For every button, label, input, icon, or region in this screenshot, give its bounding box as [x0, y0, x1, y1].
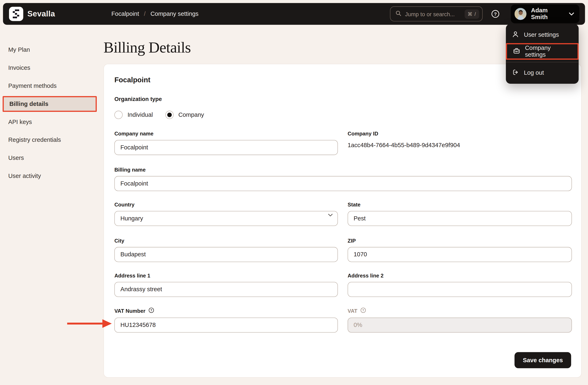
menu-item-user-settings[interactable]: User settings: [506, 27, 579, 43]
briefcase-icon: [513, 47, 520, 56]
sidebar-item-label: Registry credentials: [8, 137, 61, 143]
address-line-1-label: Address line 1: [114, 272, 338, 278]
company-id-field: Company ID 1acc48b4-7664-4b55-b489-9d434…: [348, 131, 572, 149]
vat-help-icon[interactable]: ?: [360, 307, 366, 314]
country-value: Hungary: [120, 215, 143, 222]
breadcrumb: Focalpoint / Company settings: [111, 3, 198, 25]
breadcrumb-separator: /: [144, 10, 146, 17]
state-label: State: [348, 202, 572, 207]
radio-individual[interactable]: Individual: [114, 111, 153, 119]
svg-text:?: ?: [362, 308, 364, 312]
brand[interactable]: Sevalla: [9, 7, 55, 21]
sidebar-item-billing-details[interactable]: Billing details: [3, 96, 97, 112]
vat-number-help-icon[interactable]: ?: [148, 307, 154, 314]
city-label: City: [114, 238, 338, 244]
brand-name: Sevalla: [27, 9, 55, 19]
chevron-down-icon: [569, 10, 574, 17]
user-menu-trigger[interactable]: Adam Smith: [511, 4, 579, 23]
help-icon[interactable]: ?: [491, 9, 500, 19]
breadcrumb-current[interactable]: Company settings: [150, 10, 198, 17]
radio-label: Company: [178, 112, 204, 118]
zip-label: ZIP: [348, 238, 572, 244]
organization-type-label: Organization type: [114, 96, 162, 102]
city-input[interactable]: [114, 247, 338, 262]
vat-value: 0%: [354, 322, 362, 329]
sidebar-item-label: Users: [8, 155, 24, 161]
sidebar-item-label: User activity: [8, 173, 41, 179]
avatar: [515, 8, 527, 20]
zip-input[interactable]: [348, 247, 572, 262]
sidebar: My Plan Invoices Payment methods Billing…: [0, 41, 98, 185]
address-line-1-input[interactable]: [114, 282, 338, 297]
search-shortcut-badge: ⌘ /: [464, 9, 479, 19]
sidebar-item-api-keys[interactable]: API keys: [0, 113, 98, 131]
sidebar-item-registry-credentials[interactable]: Registry credentials: [0, 131, 98, 149]
vat-field: VAT ? 0%: [348, 307, 572, 333]
address-line-2-input[interactable]: [348, 282, 572, 297]
menu-divider: [506, 62, 579, 62]
address-line-2-label: Address line 2: [348, 272, 572, 278]
address-line-2-field: Address line 2: [348, 272, 572, 297]
svg-text:?: ?: [150, 308, 152, 312]
vat-number-label: VAT Number: [114, 308, 145, 314]
vat-number-input[interactable]: [114, 317, 338, 333]
sidebar-item-payment-methods[interactable]: Payment methods: [0, 77, 98, 95]
state-field: State: [348, 202, 572, 226]
sidebar-item-label: Invoices: [8, 65, 30, 71]
save-changes-button[interactable]: Save changes: [515, 352, 571, 368]
topbar: Sevalla Focalpoint / Company settings Ju…: [3, 3, 585, 25]
vat-input-disabled: 0%: [348, 317, 572, 333]
search-icon: [395, 10, 402, 18]
radio-label: Individual: [127, 112, 153, 118]
logout-icon: [512, 68, 519, 77]
user-menu: User settings Company settings Lo: [506, 24, 579, 84]
annotation-arrow: [67, 319, 112, 330]
vat-number-field: VAT Number ?: [114, 307, 338, 333]
menu-item-label: Company settings: [525, 45, 572, 58]
city-field: City: [114, 238, 338, 262]
company-name-field: Company name: [114, 131, 338, 155]
select-chevron-icon: [328, 211, 333, 218]
menu-item-log-out[interactable]: Log out: [506, 65, 579, 81]
page-title: Billing Details: [104, 38, 191, 56]
svg-text:?: ?: [494, 11, 497, 17]
sevalla-logo-icon: [9, 7, 23, 21]
billing-name-input[interactable]: [114, 176, 572, 191]
app-root: Sevalla Focalpoint / Company settings Ju…: [0, 0, 588, 385]
address-line-1-field: Address line 1: [114, 272, 338, 297]
company-id-value: 1acc48b4-7664-4b55-b489-9d4347e9f904: [348, 142, 572, 149]
radio-individual-circle[interactable]: [114, 111, 123, 119]
country-label: Country: [114, 202, 338, 207]
billing-name-field: Billing name: [114, 167, 572, 191]
menu-item-label: User settings: [524, 32, 559, 38]
card-title: Focalpoint: [114, 76, 150, 84]
company-id-label: Company ID: [348, 131, 572, 137]
billing-details-card: Focalpoint Organization type Individual …: [104, 64, 582, 378]
sidebar-item-label: Billing details: [9, 101, 48, 107]
state-input[interactable]: [348, 211, 572, 226]
user-icon: [512, 31, 519, 39]
menu-item-label: Log out: [524, 69, 544, 76]
company-name-label: Company name: [114, 131, 338, 137]
sidebar-item-label: My Plan: [8, 46, 30, 53]
radio-company-circle[interactable]: [165, 111, 173, 119]
menu-item-company-settings[interactable]: Company settings: [506, 43, 579, 60]
sidebar-item-label: API keys: [8, 119, 32, 125]
search-input[interactable]: Jump to or search... ⌘ /: [390, 6, 483, 21]
sidebar-item-label: Payment methods: [8, 83, 57, 89]
sidebar-item-user-activity[interactable]: User activity: [0, 167, 98, 185]
vat-label: VAT: [348, 308, 357, 314]
sidebar-item-invoices[interactable]: Invoices: [0, 59, 98, 77]
search-placeholder: Jump to or search...: [405, 11, 461, 17]
sidebar-item-my-plan[interactable]: My Plan: [0, 41, 98, 59]
radio-company[interactable]: Company: [165, 111, 204, 119]
billing-name-label: Billing name: [114, 167, 572, 173]
user-name: Adam Smith: [531, 7, 565, 21]
zip-field: ZIP: [348, 238, 572, 262]
breadcrumb-parent[interactable]: Focalpoint: [111, 10, 139, 17]
organization-type-group: Individual Company: [114, 111, 204, 119]
company-name-input[interactable]: [114, 140, 338, 155]
sidebar-item-users[interactable]: Users: [0, 149, 98, 167]
country-field: Country Hungary: [114, 202, 338, 226]
country-select[interactable]: Hungary: [114, 211, 338, 226]
